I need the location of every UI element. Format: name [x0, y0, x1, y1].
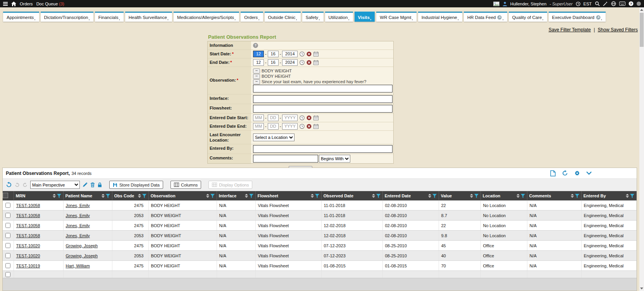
menu-icon[interactable] [3, 2, 8, 6]
mrn-link[interactable]: TEST-10058 [16, 213, 40, 218]
start-date-day-input[interactable]: 16 [268, 51, 279, 57]
collapse-chevron-icon[interactable] [586, 171, 592, 175]
scrollbar-thumb[interactable] [640, 13, 644, 47]
row-checkbox[interactable] [5, 213, 10, 218]
filter-icon[interactable] [521, 194, 525, 198]
tab-industrial-hygiene[interactable]: Industrial Hygiene [418, 12, 462, 22]
entered-start-month-input[interactable]: MM [253, 115, 264, 121]
calendar-icon[interactable] [313, 124, 319, 129]
delete-perspective-icon[interactable] [90, 182, 95, 187]
lock-icon[interactable] [98, 182, 102, 187]
clear-date-icon[interactable] [307, 115, 312, 120]
tab-appointments[interactable]: Appointments [3, 12, 39, 22]
entered-end-month-input[interactable]: MM [253, 123, 264, 130]
patient-name-link[interactable]: Jones, Emily [66, 223, 90, 228]
calendar-icon[interactable] [313, 51, 319, 56]
filter-icon[interactable] [142, 194, 146, 198]
col-header-obs-code[interactable]: Obs Code [112, 191, 148, 200]
new-document-icon[interactable] [550, 170, 556, 176]
col-header-location[interactable]: Location [480, 191, 527, 200]
end-date-day-input[interactable]: 16 [268, 59, 279, 66]
col-header-select[interactable] [3, 191, 14, 200]
clear-date-icon[interactable] [307, 51, 312, 56]
start-date-month-input[interactable]: 12 [253, 51, 264, 57]
help-icon[interactable]: ? [629, 1, 634, 6]
filter-icon[interactable] [630, 194, 634, 198]
refresh-icon[interactable] [562, 170, 568, 176]
calendar-icon[interactable] [313, 60, 319, 65]
tab-financials[interactable]: Financials [95, 12, 124, 22]
col-header-patient-name[interactable]: Patient Name [63, 191, 112, 200]
col-header-entered-date[interactable]: Entered Date [382, 191, 439, 200]
col-header-flowsheet[interactable]: Flowsheet [255, 191, 321, 200]
flowsheet-input[interactable] [253, 105, 393, 113]
time-icon[interactable] [300, 124, 305, 129]
start-date-year-input[interactable]: 2014 [282, 51, 298, 57]
location-select[interactable]: Select a Location [253, 134, 294, 141]
remove-observation-button[interactable] [253, 68, 260, 74]
mrn-link[interactable]: TEST-10020 [16, 253, 40, 258]
col-header-mrn[interactable]: MRN [14, 191, 63, 200]
perspective-select[interactable]: Main Perspective [30, 181, 80, 189]
scroll-down-button[interactable] [639, 286, 644, 291]
row-checkbox[interactable] [5, 272, 10, 277]
mrn-link[interactable]: TEST-10019 [16, 264, 40, 268]
mrn-link[interactable]: TEST-10058 [16, 233, 40, 238]
filter-icon[interactable] [575, 194, 579, 198]
entered-end-year-input[interactable]: YYYY [282, 123, 298, 130]
mrn-link[interactable]: TEST-10058 [16, 223, 40, 228]
col-header-observed-date[interactable]: Observed Date [321, 191, 382, 200]
tab-utilization[interactable]: Utilization [325, 12, 353, 22]
entered-end-day-input[interactable]: DD [268, 123, 279, 130]
edit-perspective-icon[interactable] [83, 182, 88, 187]
row-checkbox[interactable] [5, 253, 10, 258]
home-icon[interactable] [11, 2, 16, 6]
observation-input[interactable] [253, 85, 393, 92]
scroll-up-button[interactable] [639, 7, 644, 12]
filter-icon[interactable] [106, 194, 110, 198]
patient-name-link[interactable]: Jones, Emily [66, 203, 90, 208]
select-all-checkbox[interactable] [3, 193, 8, 198]
patient-name-link[interactable]: Jones, Emily [66, 233, 90, 238]
entered-by-input[interactable] [253, 145, 393, 153]
store-displayed-data-button[interactable]: Store Displayed Data [109, 181, 163, 189]
vertical-scrollbar[interactable] [639, 7, 644, 291]
save-filter-template-link[interactable]: Save Filter Template [549, 27, 591, 33]
sort-icon[interactable] [53, 194, 56, 198]
tab-quality-of-care[interactable]: Quality of Care [509, 12, 547, 22]
filter-icon[interactable] [210, 194, 215, 198]
calendar-icon[interactable] [313, 115, 319, 120]
gear-icon[interactable] [574, 170, 580, 176]
filter-icon[interactable] [376, 194, 381, 198]
col-header-interface[interactable]: Interface [217, 191, 255, 200]
time-icon[interactable] [300, 115, 305, 120]
filter-icon[interactable] [315, 194, 319, 198]
col-header-observation[interactable]: Observation [148, 191, 217, 200]
clear-date-icon[interactable] [307, 124, 312, 129]
sort-icon[interactable] [311, 194, 314, 198]
sort-icon[interactable] [428, 194, 431, 198]
row-checkbox[interactable] [5, 233, 10, 238]
search-icon[interactable] [595, 1, 600, 6]
info-help-icon[interactable] [253, 43, 258, 48]
tab-medications-allergies-scripts[interactable]: Medications/Allergies/Scripts [174, 12, 239, 22]
patient-name-link[interactable]: Growing, Joseph [66, 243, 98, 248]
mrn-link[interactable]: TEST-10020 [16, 243, 40, 248]
entered-start-year-input[interactable]: YYYY [282, 115, 298, 121]
sort-icon[interactable] [102, 194, 105, 198]
sort-icon[interactable] [138, 194, 141, 198]
mrn-link[interactable]: TEST-10058 [16, 203, 40, 208]
patient-name-link[interactable]: Jones, Emily [66, 213, 90, 218]
col-header-comments[interactable]: Comments [527, 191, 581, 200]
row-checkbox[interactable] [5, 243, 10, 248]
remove-observation-button[interactable] [253, 79, 260, 84]
sort-icon[interactable] [245, 194, 248, 198]
patient-name-link[interactable]: Growing, Joseph [66, 253, 98, 258]
filter-icon[interactable] [432, 194, 437, 198]
tab-safety[interactable]: Safety [302, 12, 324, 22]
end-date-year-input[interactable]: 2024 [282, 59, 298, 66]
row-checkbox[interactable] [5, 203, 10, 208]
col-header-entered-by[interactable]: Entered By [581, 191, 637, 200]
columns-button[interactable]: Columns [170, 181, 201, 189]
entered-start-day-input[interactable]: DD [268, 115, 279, 121]
